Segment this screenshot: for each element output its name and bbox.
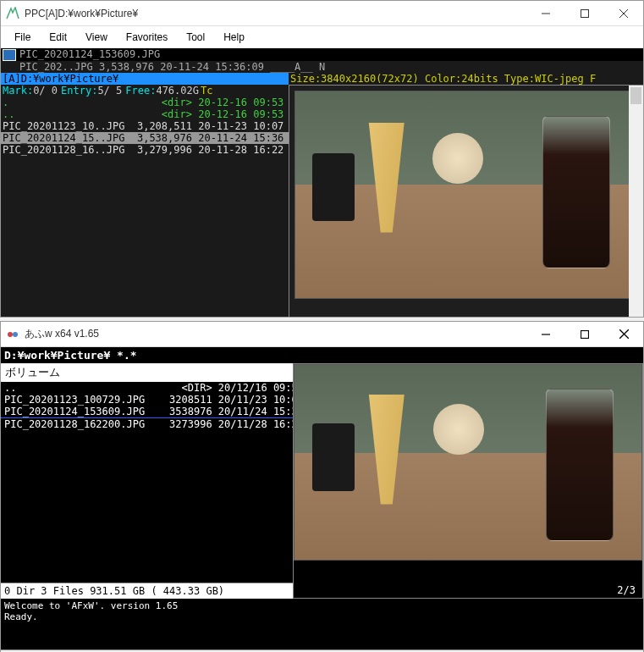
file-row[interactable]: . <dir> 20-12-16 09:53 <box>1 97 289 108</box>
entry-value: 5/ 5 <box>97 85 122 97</box>
afx-close-button[interactable] <box>604 322 643 347</box>
afx-file-list[interactable]: ボリューム .. <DIR> 20/12/16 09:53:34PIC_2020… <box>1 363 293 599</box>
svg-rect-7 <box>581 330 589 338</box>
ppc-top-filename: PIC_20201124_153609.JPG <box>19 48 160 61</box>
app-icon <box>6 7 19 20</box>
file-row[interactable]: .. <DIR> 20/12/16 09:53:34 <box>1 382 293 394</box>
minimize-button[interactable] <box>526 1 565 26</box>
maximize-button[interactable] <box>565 1 604 26</box>
afx-preview-pane: 2/3 <box>293 363 643 599</box>
afx-log-line: Welcome to 'AFxW'. version 1.65 <box>4 600 640 611</box>
afx-log: Welcome to 'AFxW'. version 1.65 Ready. <box>1 599 643 649</box>
tc-label: Tc <box>201 85 212 97</box>
afx-volume-label: ボリューム <box>1 363 293 382</box>
afx-maximize-button[interactable] <box>565 322 604 347</box>
scroll-up-icon[interactable] <box>630 87 641 104</box>
close-button[interactable] <box>604 1 643 26</box>
ppc-body: PIC_20201124_153609.JPG PIC_202..JPG 3,5… <box>1 48 643 317</box>
preview-scrollbar[interactable] <box>629 86 643 317</box>
menu-help[interactable]: Help <box>215 28 253 47</box>
ppc-top-detail: PIC_202..JPG 3,538,976 20-11-24 15:36:09… <box>1 61 643 73</box>
free-label: Free: <box>125 85 156 97</box>
preview-image <box>294 91 638 299</box>
file-row[interactable]: PIC_20201124_15..JPG 3,538,976 20-11-24 … <box>1 132 289 144</box>
afx-titlebar[interactable]: あふw x64 v1.65 <box>1 322 643 347</box>
menu-favorites[interactable]: Favorites <box>118 28 176 47</box>
afx-log-line: Ready. <box>4 611 640 622</box>
menu-tool[interactable]: Tool <box>178 28 213 47</box>
afx-body: D:¥work¥Picture¥ *.* ボリューム .. <DIR> 20/1… <box>1 347 643 649</box>
ppc-file-list[interactable]: Mark: 0/ 0 Entry: 5/ 5 Free: 476.02G Tc … <box>1 85 289 317</box>
free-value: 476.02G <box>156 85 199 97</box>
file-row[interactable]: PIC_20201123_10..JPG 3,208,511 20-11-23 … <box>1 120 289 132</box>
mark-label: Mark: <box>3 85 33 97</box>
ppc-preview-pane <box>289 85 643 317</box>
file-row[interactable]: .. <dir> 20-12-16 09:53 <box>1 108 289 120</box>
entry-label: Entry: <box>61 85 97 97</box>
menu-edit[interactable]: Edit <box>41 28 75 47</box>
ppc-path[interactable]: [A]D:¥work¥Picture¥ <box>1 73 289 85</box>
ppc-menubar: File Edit View Favorites Tool Help <box>1 26 643 48</box>
svg-point-5 <box>13 332 18 337</box>
ppc-window: PPC[A]D:¥work¥Picture¥ File Edit View Fa… <box>0 0 644 318</box>
ppc-title: PPC[A]D:¥work¥Picture¥ <box>25 8 526 19</box>
afx-preview-image <box>294 364 642 561</box>
file-row[interactable]: PIC_20201123_100729.JPG 3208511 20/11/23… <box>1 394 293 406</box>
menu-view[interactable]: View <box>77 28 116 47</box>
file-row[interactable]: PIC_20201124_153609.JPG 3538976 20/11/24… <box>1 406 293 418</box>
file-row[interactable]: PIC_20201128_162200.JPG 3273996 20/11/28… <box>1 418 293 430</box>
svg-rect-1 <box>581 9 589 17</box>
afx-image-counter: 2/3 <box>614 584 639 596</box>
svg-point-4 <box>8 332 13 337</box>
ppc-titlebar[interactable]: PPC[A]D:¥work¥Picture¥ <box>1 1 643 26</box>
afx-app-icon <box>6 328 19 341</box>
mark-value: 0/ 0 <box>33 85 58 97</box>
afx-status: 0 Dir 3 Files 931.51 GB ( 443.33 GB) <box>1 583 293 599</box>
afx-minimize-button[interactable] <box>526 322 565 347</box>
file-type-icon <box>3 49 16 61</box>
afx-path[interactable]: D:¥work¥Picture¥ *.* <box>1 347 643 363</box>
ppc-preview-info: Size:3840x2160(72x72) Color:24bits Type:… <box>289 73 643 85</box>
afx-window: あふw x64 v1.65 D:¥work¥Picture¥ *.* ボリューム… <box>0 321 644 652</box>
afx-title: あふw x64 v1.65 <box>25 327 526 341</box>
menu-file[interactable]: File <box>6 28 39 47</box>
file-row[interactable]: PIC_20201128_16..JPG 3,279,996 20-11-28 … <box>1 144 289 156</box>
